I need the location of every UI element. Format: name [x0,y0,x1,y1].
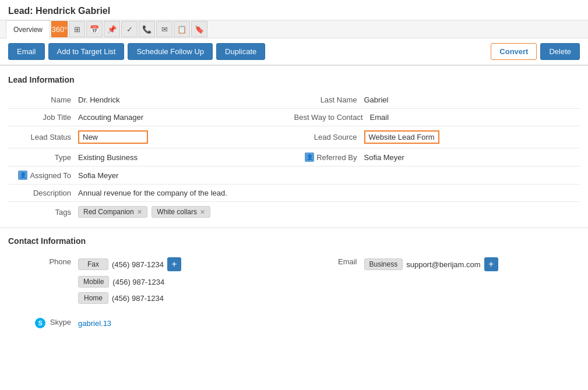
email-add-button[interactable]: + [484,257,498,271]
tag-white-label: White collars [157,208,197,216]
lead-source-highlighted: Website Lead Form [364,130,439,144]
tags-label: Tags [8,208,78,217]
lead-status-highlighted: New [78,130,148,144]
skype-icon: S [35,318,45,328]
tab-pin[interactable]: 📌 [104,21,120,37]
tab-phone[interactable]: 📞 [139,21,155,37]
tab-360[interactable]: 360° [51,21,68,37]
tag-red-companion: Red Companion ✕ [78,206,147,218]
tags-row: Tags Red Companion ✕ White collars ✕ [8,202,580,222]
tab-grid[interactable]: ⊞ [69,21,85,37]
lead-information-section: Lead Information Name Dr. Hendrick Last … [0,66,588,222]
assigned-to-label: 👤 Assigned To [8,171,78,180]
tab-overview[interactable]: Overview [6,20,50,38]
assigned-to-value: Sofia Meyer [78,171,294,180]
tab-bar: Overview 360° ⊞ 📅 📌 ✓ 📞 ✉ 📋 🔖 [0,20,588,38]
lead-status-field: Lead Status New [8,126,294,148]
delete-button[interactable]: Delete [540,43,580,60]
last-name-label: Last Name [294,95,364,104]
job-title-value: Accouting Manager [78,113,294,122]
page-title: Lead: Hendrick Gabriel [8,6,110,16]
email-business-entry: Business support@berijam.com + [364,255,580,274]
lead-info-title: Lead Information [8,75,580,84]
lead-source-value: Website Lead Form [364,130,580,144]
phone-mobile-entry: Mobile (456) 987-1234 [78,274,294,290]
description-field: Description Annual revenue for the compa… [8,185,580,201]
email-column: Email Business support@berijam.com + [294,253,580,309]
tags-container: Red Companion ✕ White collars ✕ [78,206,580,218]
phone-add-button[interactable]: + [167,257,181,271]
referred-by-value: Sofia Meyer [364,153,580,162]
schedule-follow-up-button[interactable]: Schedule Follow Up [128,43,213,60]
phone-mobile-type: Mobile [78,276,109,288]
action-bar-right: Convert Delete [491,43,580,60]
phone-home-number: (456) 987-1234 [112,294,164,303]
action-bar: Email Add to Target List Schedule Follow… [0,38,588,65]
skype-value: gabriel.13 [78,319,111,328]
phone-fax-entry: Fax (456) 987-1234 + [78,255,294,274]
phone-fax-number: (456) 987-1234 [112,260,164,269]
skype-label-text: S Skype [8,313,78,333]
phone-values: Fax (456) 987-1234 + Mobile (456) 987-12… [78,253,294,309]
phone-fax-type: Fax [78,258,108,270]
email-business-address: support@berijam.com [406,260,480,269]
contact-info-title: Contact Information [8,236,580,246]
phone-label: Phone [8,253,78,309]
contact-information-section: Contact Information Phone Fax (456) 987-… [0,228,588,346]
best-way-field: Best Way to Contact Email [294,109,580,126]
tab-email[interactable]: ✉ [156,21,172,37]
type-value: Existing Business [78,153,294,162]
email-values: Business support@berijam.com + [364,253,580,309]
tag-white-remove[interactable]: ✕ [200,208,205,216]
type-referred-row: Type Existing Business 👤 Referred By Sof… [8,148,580,166]
referred-by-icon: 👤 [305,153,314,162]
lead-status-label: Lead Status [8,133,78,141]
tab-calendar[interactable]: 📅 [86,21,103,37]
tab-bookmark[interactable]: 🔖 [191,21,207,37]
assigned-to-icon: 👤 [18,171,27,180]
description-value: Annual revenue for the company of the le… [78,189,580,197]
description-row: Description Annual revenue for the compa… [8,185,580,202]
add-to-target-button[interactable]: Add to Target List [48,43,125,60]
email-button[interactable]: Email [8,43,45,60]
phone-column: Phone Fax (456) 987-1234 + Mobile (456) … [8,253,294,309]
assigned-to-field: 👤 Assigned To Sofia Meyer [8,166,294,184]
type-field: Type Existing Business [8,148,294,166]
job-title-row: Job Title Accouting Manager Best Way to … [8,109,580,126]
convert-button[interactable]: Convert [491,43,537,60]
email-label: Email [294,253,364,309]
contact-info-layout: Phone Fax (456) 987-1234 + Mobile (456) … [8,253,580,309]
assigned-to-row: 👤 Assigned To Sofia Meyer [8,166,580,185]
referred-by-field: 👤 Referred By Sofia Meyer [294,148,580,166]
last-name-field: Last Name Gabriel [294,91,580,108]
lead-source-label: Lead Source [294,133,364,141]
page-header: Lead: Hendrick Gabriel [0,0,588,20]
lead-source-field: Lead Source Website Lead Form [294,126,580,148]
email-business-type: Business [364,258,403,270]
type-label: Type [8,153,78,162]
name-row: Name Dr. Hendrick Last Name Gabriel [8,91,580,109]
skype-row: S Skype gabriel.13 [8,309,580,338]
name-label: Name [8,95,78,104]
tags-field: Tags Red Companion ✕ White collars ✕ [8,202,580,222]
lead-status-value: New [78,130,294,144]
phone-home-type: Home [78,292,108,304]
tag-red-remove[interactable]: ✕ [137,208,142,216]
name-field: Name Dr. Hendrick [8,91,294,108]
referred-by-label: 👤 Referred By [294,153,364,162]
best-way-value: Email [370,113,580,122]
name-value: Dr. Hendrick [78,95,294,104]
description-label: Description [8,189,78,197]
status-source-row: Lead Status New Lead Source Website Lead… [8,126,580,148]
skype-link[interactable]: gabriel.13 [78,319,111,328]
job-title-label: Job Title [8,113,78,122]
tab-check[interactable]: ✓ [121,21,138,37]
job-title-field: Job Title Accouting Manager [8,109,294,126]
last-name-value: Gabriel [364,95,580,104]
tab-notes[interactable]: 📋 [174,21,190,37]
duplicate-button[interactable]: Duplicate [216,43,265,60]
best-way-label: Best Way to Contact [294,113,370,122]
phone-mobile-number: (456) 987-1234 [112,278,164,286]
phone-home-entry: Home (456) 987-1234 [78,290,294,306]
tag-white-collars: White collars ✕ [152,206,210,218]
